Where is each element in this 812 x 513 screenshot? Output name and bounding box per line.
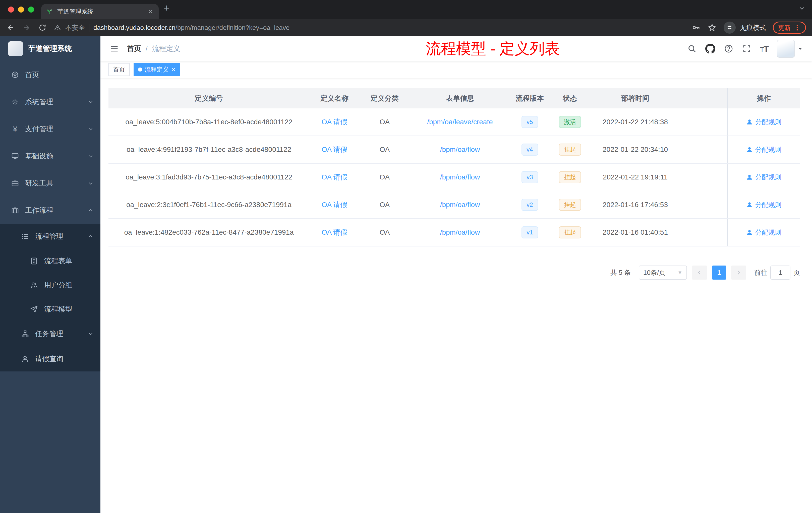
sidebar-logo[interactable]: 芋道管理系统 <box>0 36 100 61</box>
form-info-link[interactable]: /bpm/oa/flow <box>440 229 480 236</box>
definition-name-link[interactable]: OA 请假 <box>322 228 348 237</box>
chevron-up-icon <box>88 234 93 239</box>
deploy-time: 2022-01-16 17:46:53 <box>590 191 680 218</box>
tag-home[interactable]: 首页 <box>109 63 129 76</box>
user-icon <box>746 119 753 125</box>
app-title: 芋道管理系统 <box>28 44 72 54</box>
help-icon[interactable] <box>724 44 733 54</box>
definition-name-link[interactable]: OA 请假 <box>322 145 348 154</box>
sidebar-item-user-group[interactable]: 用户分组 <box>0 273 100 297</box>
browser-menu-icon[interactable]: ⋮ <box>794 24 801 32</box>
assign-rule-link[interactable]: 分配规则 <box>746 201 781 209</box>
definition-name-link[interactable]: OA 请假 <box>322 173 348 182</box>
tag-close-icon[interactable]: × <box>172 66 175 73</box>
sidebar-toggle-icon[interactable] <box>110 44 119 54</box>
search-icon[interactable] <box>687 44 697 54</box>
assign-rule-link[interactable]: 分配规则 <box>746 145 781 154</box>
new-tab-button[interactable]: + <box>159 2 174 17</box>
chevron-up-icon <box>88 208 93 213</box>
version-tag: v2 <box>522 199 538 211</box>
sidebar-item-workflow[interactable]: 工作流程 <box>0 197 100 224</box>
url-text[interactable]: dashboard.yudao.iocoder.cn/bpm/manager/d… <box>93 24 290 32</box>
deploy-time: 2022-01-22 21:48:38 <box>590 109 680 135</box>
next-page-button[interactable] <box>731 266 746 280</box>
user-icon <box>746 229 753 236</box>
prev-page-button[interactable] <box>692 266 707 280</box>
column-header-form: 表单信息 <box>410 88 510 109</box>
form-info-link[interactable]: /bpm/oa/flow <box>440 146 480 154</box>
close-window-button[interactable] <box>8 6 14 12</box>
table-header: 定义编号 定义名称 定义分类 表单信息 流程版本 状态 部署时间 操作 <box>109 88 800 109</box>
sidebar-item-leave-query[interactable]: 请假查询 <box>0 346 100 371</box>
sidebar-item-devtools[interactable]: 研发工具 <box>0 170 100 197</box>
table-row: oa_leave:5:004b710b-7b8a-11ec-8ef0-acde4… <box>109 109 800 136</box>
form-info-link[interactable]: /bpm/oa/flow <box>440 201 480 209</box>
back-button[interactable] <box>6 23 15 32</box>
column-header-status: 状态 <box>549 88 590 109</box>
forward-button[interactable] <box>22 23 31 32</box>
page-content: 定义编号 定义名称 定义分类 表单信息 流程版本 状态 部署时间 操作 oa_l… <box>100 78 812 513</box>
page-size-select[interactable]: 10条/页 ▼ <box>639 266 687 280</box>
deploy-time: 2022-01-22 19:19:11 <box>590 163 680 191</box>
form-icon <box>30 257 38 265</box>
assign-rule-link[interactable]: 分配规则 <box>746 173 781 182</box>
user-avatar-menu[interactable] <box>777 40 803 58</box>
definition-category: OA <box>359 191 410 218</box>
form-info-link[interactable]: /bpm/oa/flow <box>440 173 480 181</box>
tab-close-icon[interactable]: × <box>147 8 154 15</box>
definition-name-link[interactable]: OA 请假 <box>322 200 348 210</box>
definition-id: oa_leave:2:3c1f0ef1-76b1-11ec-9c66-a2380… <box>109 191 309 218</box>
fullscreen-icon[interactable] <box>742 44 752 54</box>
deploy-time: 2022-01-16 01:40:51 <box>590 219 680 246</box>
password-key-icon[interactable] <box>692 23 700 32</box>
toolbox-icon <box>11 179 19 187</box>
dashboard-icon <box>11 71 19 79</box>
github-icon[interactable] <box>705 44 715 54</box>
sidebar-item-infrastructure[interactable]: 基础设施 <box>0 143 100 170</box>
tab-search-icon[interactable] <box>799 4 812 15</box>
chevron-down-icon <box>88 99 93 105</box>
status-badge: 激活 <box>559 116 581 128</box>
sidebar-item-home[interactable]: 首页 <box>0 61 100 88</box>
workflow-submenu: 流程管理 流程表单 用户分组 流程模型 <box>0 224 100 371</box>
security-label[interactable]: 不安全 <box>65 23 85 32</box>
page-number-button[interactable]: 1 <box>712 266 726 280</box>
table-row: oa_leave:2:3c1f0ef1-76b1-11ec-9c66-a2380… <box>109 191 800 219</box>
breadcrumb-home[interactable]: 首页 <box>127 44 141 54</box>
sidebar-item-process-model[interactable]: 流程模型 <box>0 297 100 321</box>
sidebar-menu: 首页 系统管理 ¥ 支付管理 基础设施 <box>0 61 100 513</box>
page-unit-label: 页 <box>793 268 800 277</box>
logo-avatar <box>8 41 23 56</box>
sidebar-item-process-form[interactable]: 流程表单 <box>0 249 100 273</box>
column-header-time: 部署时间 <box>590 88 680 109</box>
form-info-link[interactable]: /bpm/oa/leave/create <box>427 118 493 126</box>
user-icon <box>746 202 753 208</box>
breadcrumb-separator: / <box>146 45 148 53</box>
font-size-icon[interactable]: TT <box>760 44 768 54</box>
tags-view: 首页 流程定义 × <box>100 61 812 78</box>
sidebar-item-system[interactable]: 系统管理 <box>0 88 100 116</box>
address-bar[interactable]: 不安全 dashboard.yudao.iocoder.cn/bpm/manag… <box>54 23 290 32</box>
assign-rule-link[interactable]: 分配规则 <box>746 228 781 237</box>
browser-tab[interactable]: 芋道管理系统 × <box>41 4 159 19</box>
browser-update-button[interactable]: 更新 ⋮ <box>773 22 806 34</box>
sidebar-item-process-management[interactable]: 流程管理 <box>0 224 100 249</box>
column-header-version: 流程版本 <box>510 88 549 109</box>
definition-name-link[interactable]: OA 请假 <box>322 117 348 127</box>
sidebar-item-task-management[interactable]: 任务管理 <box>0 321 100 346</box>
select-caret-icon: ▼ <box>677 270 683 276</box>
user-icon <box>746 146 753 153</box>
minimize-window-button[interactable] <box>18 6 24 12</box>
bookmark-star-icon[interactable] <box>707 23 717 32</box>
reload-button[interactable] <box>38 23 47 32</box>
browser-tab-bar: 芋道管理系统 × + <box>0 0 812 19</box>
app-navbar: 首页 / 流程定义 流程模型 - 定义列表 TT <box>100 36 812 61</box>
active-dot <box>138 67 142 71</box>
sidebar-item-payment[interactable]: ¥ 支付管理 <box>0 116 100 143</box>
version-tag: v5 <box>522 116 538 128</box>
yen-icon: ¥ <box>11 125 19 133</box>
goto-page-input[interactable] <box>770 266 790 280</box>
assign-rule-link[interactable]: 分配规则 <box>746 118 781 126</box>
tag-process-definition[interactable]: 流程定义 × <box>134 63 180 76</box>
maximize-window-button[interactable] <box>28 6 34 12</box>
